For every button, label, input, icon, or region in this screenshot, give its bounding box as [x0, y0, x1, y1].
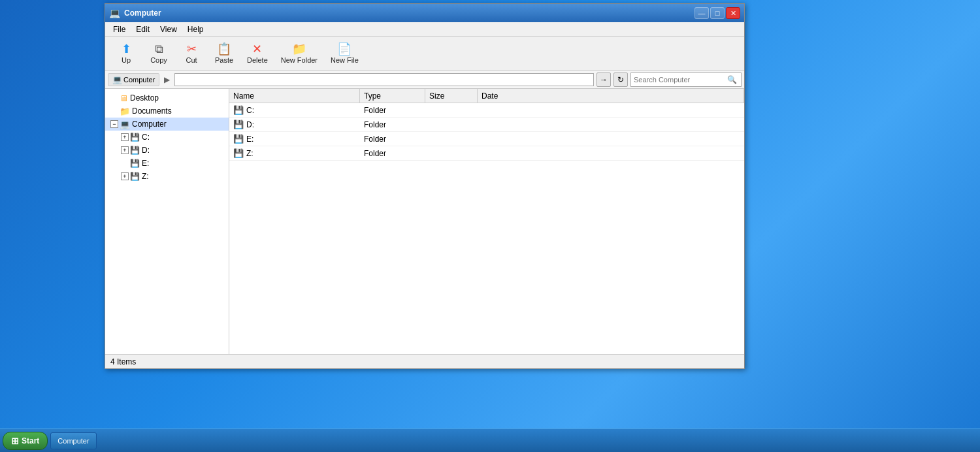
col-header-type[interactable]: Type — [360, 89, 425, 103]
taskbar-window-label: Computer — [57, 437, 89, 445]
copy-button[interactable]: ⧉ Copy — [143, 39, 174, 68]
e-file-icon: 💾 — [233, 134, 244, 144]
tree-item-z[interactable]: + 💾 Z: — [105, 170, 229, 183]
address-input[interactable] — [174, 73, 594, 86]
z-expand-btn[interactable]: + — [121, 172, 129, 180]
d-file-type: Folder — [360, 119, 425, 131]
breadcrumb[interactable]: 💻 Computer — [108, 73, 159, 86]
documents-folder-icon: 📁 — [120, 106, 130, 116]
search-input[interactable] — [634, 76, 725, 84]
crumb-label: Computer — [123, 76, 155, 84]
navigate-forward-button[interactable]: → — [596, 73, 611, 87]
table-row[interactable]: 💾 D: Folder — [229, 118, 744, 132]
z-file-name: Z: — [246, 149, 253, 158]
taskbar-window-button[interactable]: Computer — [50, 432, 96, 449]
up-button[interactable]: ⬆ Up — [110, 39, 142, 68]
column-headers: Name Type Size Date — [229, 89, 744, 103]
up-icon: ⬆ — [122, 43, 131, 55]
c-drive-icon: 💾 — [130, 133, 140, 142]
z-file-type: Folder — [360, 148, 425, 159]
d-file-size — [425, 123, 478, 126]
menu-edit[interactable]: Edit — [131, 24, 155, 35]
new-folder-label: New Folder — [281, 56, 318, 64]
tree-label-d: D: — [142, 146, 150, 155]
crumb-expand-chevron[interactable]: ▶ — [162, 74, 172, 86]
d-expand-btn[interactable]: + — [121, 146, 129, 154]
table-row[interactable]: 💾 C: Folder — [229, 103, 744, 118]
tree-label-z: Z: — [142, 172, 149, 181]
tree-item-computer[interactable]: − 💻 Computer — [105, 118, 229, 131]
tree-item-documents[interactable]: 📁 Documents — [105, 105, 229, 118]
search-button[interactable]: 🔍 — [725, 73, 738, 86]
new-file-button[interactable]: 📄 New File — [325, 39, 365, 68]
tree-label-c: C: — [142, 133, 150, 142]
window-controls: — □ ✕ — [694, 7, 740, 19]
desktop-folder-icon: 🖥 — [120, 93, 128, 103]
e-drive-icon: 💾 — [130, 159, 140, 168]
new-folder-icon: 📁 — [292, 43, 306, 55]
toolbar: ⬆ Up ⧉ Copy ✂ Cut 📋 Paste ✕ Delete 📁 New… — [105, 37, 744, 71]
computer-expand-btn[interactable]: − — [110, 120, 118, 128]
e-file-name: E: — [246, 135, 253, 144]
delete-label: Delete — [247, 56, 268, 64]
c-file-size — [425, 109, 478, 112]
tree-item-desktop[interactable]: 🖥 Desktop — [105, 91, 229, 105]
col-header-size[interactable]: Size — [425, 89, 478, 103]
e-file-size — [425, 138, 478, 140]
start-button[interactable]: ⊞ Start — [3, 432, 48, 450]
file-panel: Name Type Size Date 💾 C: Folder 💾 D: — [229, 89, 744, 354]
delete-icon: ✕ — [252, 43, 262, 55]
z-drive-icon: 💾 — [130, 172, 140, 181]
status-text: 4 Items — [110, 357, 136, 366]
d-file-icon: 💾 — [233, 120, 244, 129]
menu-help[interactable]: Help — [182, 24, 209, 35]
c-file-type: Folder — [360, 105, 425, 116]
minimize-button[interactable]: — — [694, 7, 709, 19]
paste-label: Paste — [215, 56, 233, 64]
menu-file[interactable]: File — [108, 24, 131, 35]
copy-icon: ⧉ — [155, 43, 163, 55]
tree-item-c[interactable]: + 💾 C: — [105, 131, 229, 144]
paste-button[interactable]: 📋 Paste — [208, 39, 240, 68]
menu-view[interactable]: View — [155, 24, 182, 35]
tree-label-desktop: Desktop — [130, 93, 159, 103]
close-button[interactable]: ✕ — [726, 7, 740, 19]
col-header-name[interactable]: Name — [229, 89, 360, 103]
z-file-size — [425, 152, 478, 155]
tree-label-documents: Documents — [132, 106, 172, 116]
d-file-date — [478, 123, 744, 126]
new-file-label: New File — [331, 56, 359, 64]
crumb-icon: 💻 — [112, 75, 122, 84]
up-label: Up — [122, 56, 131, 64]
d-file-name: D: — [246, 120, 254, 129]
maximize-button[interactable]: □ — [710, 7, 725, 19]
tree-item-d[interactable]: + 💾 D: — [105, 144, 229, 157]
copy-label: Copy — [150, 56, 167, 64]
c-expand-btn[interactable]: + — [121, 133, 129, 141]
table-row[interactable]: 💾 E: Folder — [229, 132, 744, 146]
tree-label-computer: Computer — [132, 120, 167, 129]
title-bar: 💻 Computer — □ ✕ — [105, 4, 744, 22]
table-row[interactable]: 💾 Z: Folder — [229, 146, 744, 161]
tree-panel: 🖥 Desktop 📁 Documents − 💻 Computer + 💾 C… — [105, 89, 229, 354]
col-header-date[interactable]: Date — [478, 89, 744, 103]
start-label: Start — [22, 436, 39, 445]
content-area: 🖥 Desktop 📁 Documents − 💻 Computer + 💾 C… — [105, 89, 744, 354]
e-file-date — [478, 138, 744, 140]
computer-icon: 💻 — [120, 120, 130, 129]
file-manager-window: 💻 Computer — □ ✕ File Edit View Help ⬆ U… — [105, 3, 745, 369]
d-drive-icon: 💾 — [130, 146, 140, 155]
c-file-icon: 💾 — [233, 105, 244, 115]
new-file-icon: 📄 — [337, 43, 351, 55]
z-file-date — [478, 152, 744, 155]
new-folder-button[interactable]: 📁 New Folder — [275, 39, 323, 68]
tree-label-e: E: — [142, 159, 149, 168]
delete-button[interactable]: ✕ Delete — [241, 39, 274, 68]
menu-bar: File Edit View Help — [105, 22, 744, 37]
cut-icon: ✂ — [187, 43, 197, 55]
navigate-refresh-button[interactable]: ↻ — [613, 73, 628, 87]
start-icon: ⊞ — [11, 436, 19, 446]
cut-button[interactable]: ✂ Cut — [176, 39, 207, 68]
status-bar: 4 Items — [105, 354, 744, 368]
tree-item-e[interactable]: 💾 E: — [105, 157, 229, 170]
